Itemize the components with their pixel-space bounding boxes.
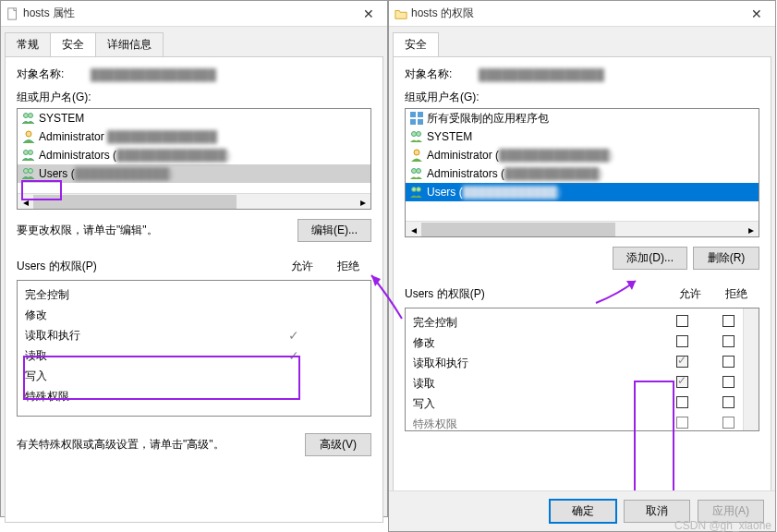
svg-point-3 [26,131,31,137]
list-item[interactable]: SYSTEM [406,127,759,146]
scrollbar-horizontal[interactable]: ◂ ▸ [406,221,759,236]
app-icon [409,111,424,126]
properties-dialog: hosts 属性 ✕ 常规 安全 详细信息 对象名称: ████████████… [0,0,388,517]
svg-point-13 [417,132,421,137]
advanced-hint: 有关特殊权限或高级设置，请单击"高级"。 [17,437,305,453]
titlebar[interactable]: hosts 属性 ✕ [1,1,387,27]
security-panel: 对象名称: ████████████████ 组或用户名(G): SYSTEM … [5,56,383,523]
checkbox[interactable] [722,396,735,408]
tab-security[interactable]: 安全 [50,32,96,56]
edit-button[interactable]: 编辑(E)... [297,219,371,242]
svg-rect-0 [8,7,17,18]
perm-label: Users 的权限(P) [17,259,279,274]
scroll-left-arrow[interactable]: ◂ [406,222,421,237]
users-icon [409,186,424,199]
scroll-right-arrow[interactable]: ▸ [355,194,370,210]
file-icon [6,7,19,20]
list-item[interactable]: Administrators (██████████████) [18,146,370,164]
checkbox[interactable] [722,335,735,347]
tabs: 安全 [393,32,771,56]
permissions-dialog: hosts 的权限 ✕ 安全 对象名称: ████████████████ 组或… [388,0,776,532]
svg-rect-11 [418,119,423,125]
svg-point-4 [24,151,29,155]
folder-icon [395,7,407,20]
checkbox[interactable] [676,396,688,408]
allow-col: 允许 [667,286,713,302]
scroll-right-arrow[interactable]: ▸ [743,222,759,237]
object-name-label: 对象名称: [405,66,479,82]
svg-point-17 [412,187,417,192]
list-item[interactable]: Users (████████████) [406,183,759,201]
users-icon [21,112,36,125]
tab-security[interactable]: 安全 [393,32,439,56]
security-panel: 对象名称: ████████████████ 组或用户名(G): 所有受限制的应… [393,56,771,505]
advanced-button[interactable]: 高级(V) [305,433,371,456]
users-icon [409,130,424,143]
svg-point-5 [29,151,33,155]
close-button[interactable]: ✕ [350,1,387,27]
svg-rect-10 [410,119,416,125]
list-item[interactable]: SYSTEM [18,109,370,127]
list-item[interactable]: Administrator ██████████████ [18,127,370,146]
ok-button[interactable]: 确定 [550,500,616,523]
users-icon [21,167,36,180]
perm-label: Users 的权限(P) [405,286,667,302]
svg-point-6 [24,169,29,174]
deny-col: 拒绝 [325,259,371,274]
check-icon: ✓ [271,348,317,363]
users-icon [409,167,424,180]
permissions-list: 完全控制 修改 读取和执行✓ 读取✓ 写入 特殊权限 [17,280,371,417]
groups-listbox[interactable]: 所有受限制的应用程序包 SYSTEM Administrator (██████… [405,108,759,237]
checkbox[interactable] [676,417,688,429]
titlebar[interactable]: hosts 的权限 ✕ [389,1,775,27]
user-icon [21,130,36,143]
allow-col: 允许 [279,259,325,274]
svg-point-15 [412,169,417,174]
groups-label: 组或用户名(G): [17,90,371,105]
edit-hint: 要更改权限，请单击"编辑"。 [17,223,297,238]
tab-details[interactable]: 详细信息 [95,32,164,56]
checkbox[interactable] [722,356,735,368]
svg-rect-9 [418,112,423,117]
window-title: hosts 属性 [23,6,350,21]
deny-col: 拒绝 [713,286,759,302]
checkbox[interactable] [722,376,735,388]
svg-point-14 [414,150,419,155]
svg-point-1 [24,114,29,118]
checkbox[interactable] [676,376,688,388]
list-item[interactable]: Users (████████████) [18,164,370,183]
svg-rect-8 [410,112,416,117]
window-title: hosts 的权限 [411,6,738,21]
list-item[interactable]: Administrator (██████████████) [406,146,759,164]
object-name-label: 对象名称: [17,66,91,82]
close-button[interactable]: ✕ [738,1,775,27]
users-icon [21,149,36,162]
svg-point-18 [417,187,421,192]
groups-label: 组或用户名(G): [405,90,759,105]
check-icon: ✓ [271,328,317,343]
scroll-left-arrow[interactable]: ◂ [18,194,33,210]
checkbox[interactable] [676,356,688,368]
checkbox[interactable] [676,335,688,347]
checkbox[interactable] [722,417,735,429]
svg-point-2 [29,114,33,118]
object-name-value: ████████████████ [479,68,759,81]
scrollbar-vertical[interactable] [743,308,759,430]
svg-point-16 [417,169,421,174]
tab-general[interactable]: 常规 [5,32,51,56]
add-button[interactable]: 添加(D)... [613,247,687,270]
permissions-list: 完全控制 修改 读取和执行 读取 写入 特殊权限 [405,308,759,431]
list-item[interactable]: 所有受限制的应用程序包 [406,109,759,127]
watermark: CSDN @gh_xiaohe [674,519,771,532]
checkbox[interactable] [722,315,735,327]
user-icon [409,149,424,162]
scrollbar-horizontal[interactable]: ◂ ▸ [18,193,370,209]
tabs: 常规 安全 详细信息 [5,32,383,56]
svg-point-12 [412,132,417,137]
groups-listbox[interactable]: SYSTEM Administrator ██████████████ Admi… [17,108,371,210]
svg-point-7 [29,169,33,174]
remove-button[interactable]: 删除(R) [693,247,759,270]
checkbox[interactable] [676,315,688,327]
list-item[interactable]: Administrators (████████████) [406,164,759,183]
object-name-value: ████████████████ [91,68,371,81]
